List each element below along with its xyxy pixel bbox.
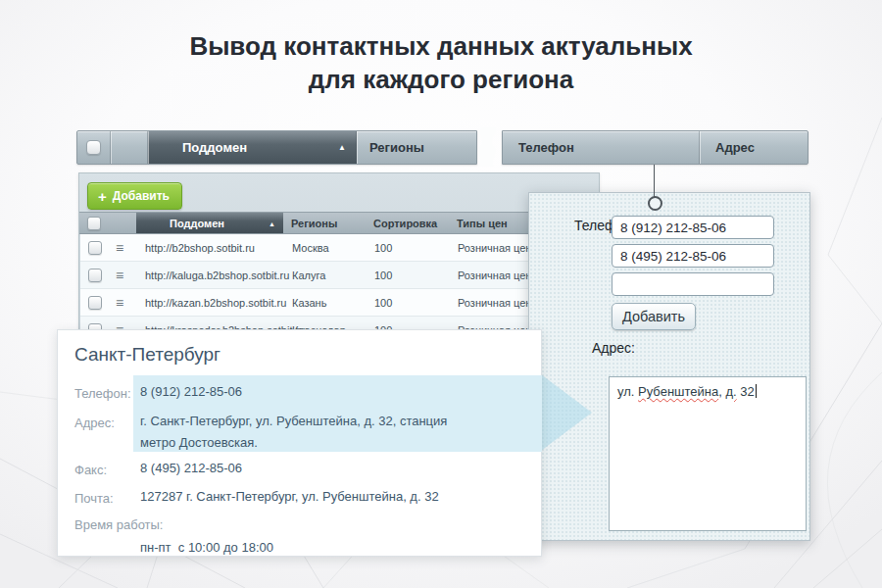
- add-subdomain-button[interactable]: + Добавить: [87, 182, 182, 210]
- add-subdomain-button-label: Добавить: [113, 189, 170, 203]
- address-text-misspelled: д.: [725, 384, 736, 399]
- add-phone-button[interactable]: Добавить: [612, 303, 696, 330]
- table-select-all-checkbox[interactable]: [87, 217, 101, 230]
- row-menu-icon[interactable]: ≡: [116, 234, 123, 262]
- row-subdomain: http://kazan.b2bshop.sotbit.ru: [145, 289, 286, 317]
- page-title-line2: для каждого региона: [0, 63, 882, 96]
- page-title: Вывод контактных данных актуальных для к…: [0, 29, 882, 96]
- card-row-label: Почта:: [74, 491, 114, 506]
- card-row-value: 127287 г. Санкт-Петербург, ул. Рубенштей…: [140, 486, 485, 508]
- card-row-label: Телефон:: [74, 386, 131, 401]
- row-sort: 100: [374, 289, 392, 317]
- table-header-row: Поддомен ▲ Регионы Сортировка Типы цен: [79, 212, 599, 234]
- card-row-value: 8 (495) 212-85-06: [140, 458, 485, 479]
- text-caret: [756, 384, 757, 398]
- address-text-part: ул.: [617, 384, 638, 399]
- select-all-checkbox[interactable]: [86, 140, 101, 155]
- row-subdomain: http://kaluga.b2bshop.sotbit.ru: [145, 262, 289, 289]
- row-checkbox[interactable]: [88, 296, 102, 310]
- row-region: Казань: [292, 289, 326, 317]
- sort-asc-icon: ▲: [338, 144, 346, 152]
- column-header-phone-label: Телефон: [518, 140, 574, 155]
- page-title-line1: Вывод контактных данных актуальных: [0, 29, 882, 63]
- card-row-value: 8 (912) 212-85-06: [140, 381, 485, 403]
- header-bar-left-segment: Поддомен ▲ Регионы: [76, 130, 477, 165]
- address-text-part: 32: [737, 384, 755, 399]
- torn-edge: [469, 127, 507, 167]
- table-column-sort-label: Сортировка: [373, 218, 437, 229]
- phone-input-2[interactable]: [612, 244, 774, 268]
- row-checkbox[interactable]: [88, 269, 102, 282]
- table-column-price-types[interactable]: Типы цен: [457, 213, 508, 233]
- header-checkbox-cell: [77, 131, 111, 164]
- card-row-value: пн-пт с 10:00 до 18:00: [140, 537, 485, 559]
- connector-circle: [648, 196, 662, 211]
- row-subdomain: http://b2bshop.sotbit.ru: [145, 234, 255, 262]
- address-textarea[interactable]: ул. Рубенштейна, д. 32: [609, 376, 807, 531]
- contact-card: Санкт-Петербург Телефон: 8 (912) 212-85-…: [57, 329, 542, 557]
- card-row-value: г. Санкт-Петербург, ул. Рубенштейна, д. …: [140, 411, 485, 454]
- row-sort: 100: [374, 262, 392, 289]
- card-row-label: Адрес:: [74, 416, 115, 430]
- column-header-phone[interactable]: Телефон: [503, 131, 700, 164]
- column-header-regions[interactable]: Регионы: [357, 131, 478, 164]
- connector-line: [654, 165, 655, 198]
- row-sort: 100: [374, 234, 392, 262]
- column-header-address-label: Адрес: [715, 140, 755, 155]
- header-spacer-cell: [111, 131, 148, 164]
- table-row[interactable]: ≡ http://kaluga.b2bshop.sotbit.ru Калуга…: [80, 262, 600, 289]
- column-header-regions-label: Регионы: [369, 140, 424, 155]
- table-column-subdomain[interactable]: Поддомен ▲: [136, 213, 283, 233]
- row-menu-icon[interactable]: ≡: [116, 262, 123, 289]
- contacts-edit-popup: Телефон: Добавить Адрес: ул. Рубенштейна…: [528, 192, 810, 541]
- table-column-price-types-label: Типы цен: [457, 218, 508, 229]
- phone-input-1[interactable]: [612, 216, 774, 239]
- plus-icon: +: [98, 189, 107, 204]
- row-menu-icon[interactable]: ≡: [116, 289, 123, 317]
- card-row-label: Факс:: [74, 463, 107, 477]
- row-region: Калуга: [292, 262, 325, 289]
- table-sort-asc-icon: ▲: [269, 220, 275, 226]
- row-checkbox[interactable]: [88, 241, 102, 255]
- address-label: Адрес:: [547, 340, 635, 356]
- table-column-subdomain-label: Поддомен: [170, 218, 224, 229]
- table-column-regions[interactable]: Регионы: [291, 213, 337, 233]
- column-header-subdomain[interactable]: Поддомен ▲: [148, 131, 357, 164]
- table-column-regions-label: Регионы: [291, 218, 337, 229]
- contact-card-title: Санкт-Петербург: [74, 344, 220, 366]
- table-row[interactable]: ≡ http://kazan.b2bshop.sotbit.ru Казань …: [80, 289, 600, 317]
- column-header-address[interactable]: Адрес: [700, 131, 809, 164]
- card-row-label: Время работы:: [74, 517, 163, 532]
- table-row[interactable]: ≡ http://b2bshop.sotbit.ru Москва 100 Ро…: [80, 234, 600, 262]
- column-header-subdomain-label: Поддомен: [182, 140, 247, 155]
- row-region: Москва: [292, 234, 329, 262]
- table-column-sort[interactable]: Сортировка: [373, 213, 437, 233]
- address-text-misspelled: Рубенштейна: [638, 384, 718, 399]
- header-bar-right-segment: Телефон Адрес: [502, 130, 808, 165]
- subdomains-table: + Добавить Поддомен ▲ Регионы Сортировка…: [78, 172, 600, 343]
- phone-input-3[interactable]: [612, 272, 774, 296]
